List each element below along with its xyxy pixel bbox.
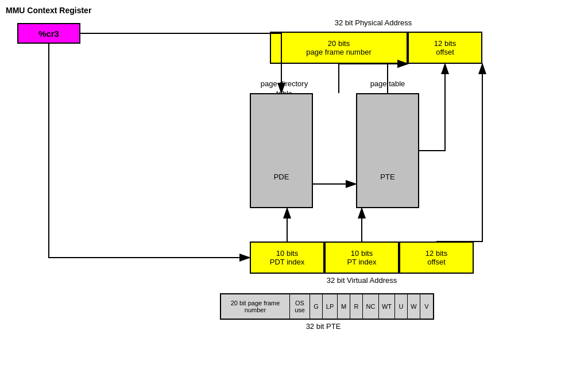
mmu-title: MMU Context Register [6, 6, 91, 15]
page-frame-number-label: 20 bitspage frame number [306, 39, 371, 56]
pte-cell-lp: LP [323, 294, 338, 319]
offset-12-label: 12 bitsoffset [434, 39, 456, 56]
pte-cell-u: U [395, 294, 408, 319]
offset-12-va-box: 12 bitsoffset [399, 241, 474, 274]
physical-address-label: 32 bit Physical Address [270, 18, 477, 27]
pte-label: 32 bit PTE [220, 322, 427, 331]
pdt-index-label: 10 bitsPDT index [270, 249, 304, 266]
offset-12-box: 12 bitsoffset [408, 32, 482, 64]
pte-cell-g: G [310, 294, 323, 319]
cr3-box: %cr3 [17, 23, 80, 44]
page-table-box [356, 93, 419, 208]
page-table-label: page table [356, 79, 419, 88]
pte-cell-nc: NC [363, 294, 379, 319]
pte-cell-os: OSuse [290, 294, 310, 319]
pte-cell-r: R [350, 294, 363, 319]
pte-cell-m: M [338, 294, 350, 319]
pt-index-label: 10 bitsPT index [347, 249, 376, 266]
pte-cell-wt: WT [379, 294, 395, 319]
pte-cell-w: W [408, 294, 420, 319]
pt-index-box: 10 bitsPT index [324, 241, 399, 274]
page-directory-table-box [250, 93, 313, 208]
pde-label: PDE [250, 172, 313, 181]
page-frame-number-box: 20 bitspage frame number [270, 32, 408, 64]
diagram: MMU Context Register %cr3 32 bit Physica… [0, 0, 588, 368]
pte-entry-label: PTE [356, 172, 419, 181]
pte-table: 20 bit page framenumber OSuse G LP M R N… [220, 293, 434, 320]
virtual-address-label: 32 bit Virtual Address [250, 276, 474, 285]
pte-cell-pfn: 20 bit page framenumber [221, 294, 290, 319]
pdt-index-box: 10 bitsPDT index [250, 241, 324, 274]
pte-cell-v: V [420, 294, 433, 319]
offset-12-va-label: 12 bitsoffset [425, 249, 447, 266]
